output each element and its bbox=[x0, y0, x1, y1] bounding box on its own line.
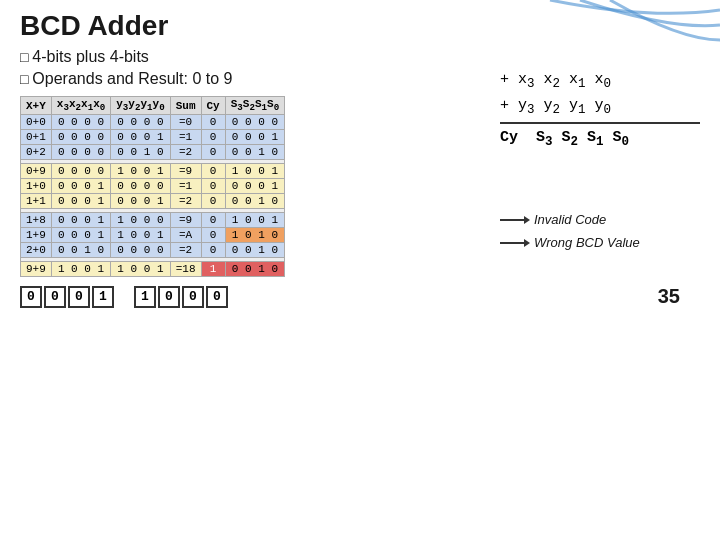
bin-box-0: 0 bbox=[182, 286, 204, 308]
table-row: 1+80 0 0 11 0 0 0=901 0 0 1 bbox=[21, 213, 285, 228]
bin-box-0: 0 bbox=[68, 286, 90, 308]
col-header-sum: Sum bbox=[170, 97, 201, 115]
formula-line1: + x3 x2 x1 x0 bbox=[500, 68, 611, 94]
bin-box-0: 0 bbox=[44, 286, 66, 308]
table-row: 1+00 0 0 10 0 0 0=100 0 0 1 bbox=[21, 179, 285, 194]
bullet-1: 4-bits plus 4-bits bbox=[20, 48, 470, 66]
bin-box-0: 0 bbox=[206, 286, 228, 308]
table-row-invalid: 1+90 0 0 11 0 0 1=A01 0 1 0 bbox=[21, 228, 285, 243]
col-header-s: S3S2S1S0 bbox=[225, 97, 284, 115]
bin-box-0: 0 bbox=[158, 286, 180, 308]
svg-marker-3 bbox=[524, 239, 530, 247]
table-row: 2+00 0 1 00 0 0 0=200 0 1 0 bbox=[21, 243, 285, 258]
bin-box-1: 1 bbox=[134, 286, 156, 308]
svg-marker-1 bbox=[524, 216, 530, 224]
wrong-bcd-label: Wrong BCD Value bbox=[534, 235, 640, 250]
page-number: 35 bbox=[658, 285, 680, 308]
formula-line2: + y3 y2 y1 y0 bbox=[500, 94, 611, 120]
table-row: 0+10 0 0 00 0 0 1=100 0 0 1 bbox=[21, 130, 285, 145]
col-header-y: y3y2y1y0 bbox=[111, 97, 170, 115]
bullet-2: Operands and Result: 0 to 9 bbox=[20, 70, 470, 88]
right-panel: + x3 x2 x1 x0 + y3 y2 y1 y0 Cy S3 S2 S1 … bbox=[500, 48, 700, 277]
formula: + x3 x2 x1 x0 + y3 y2 y1 y0 Cy S3 S2 S1 … bbox=[500, 68, 700, 152]
formula-result: Cy S3 S2 S1 S0 bbox=[500, 126, 629, 152]
page-title: BCD Adder bbox=[0, 0, 720, 48]
table-row: 0+20 0 0 00 0 1 0=200 0 1 0 bbox=[21, 145, 285, 160]
table-row: 0+90 0 0 01 0 0 1=901 0 0 1 bbox=[21, 164, 285, 179]
col-header-cy: Cy bbox=[201, 97, 225, 115]
col-header-xy: X+Y bbox=[21, 97, 52, 115]
binary-box-group-2: 1 0 0 0 bbox=[134, 286, 228, 308]
bin-box-1: 1 bbox=[92, 286, 114, 308]
bin-box-0: 0 bbox=[20, 286, 42, 308]
bcd-table: X+Y x3x2x1x0 y3y2y1y0 Sum Cy S3S2S1S0 0+… bbox=[20, 96, 470, 277]
table-row: 1+10 0 0 10 0 0 1=200 0 1 0 bbox=[21, 194, 285, 209]
col-header-x: x3x2x1x0 bbox=[51, 97, 110, 115]
invalid-code-label: Invalid Code bbox=[534, 212, 606, 227]
table-row-wrong-bcd: 9+91 0 0 11 0 0 1=1810 0 1 0 bbox=[21, 262, 285, 277]
table-row: 0+00 0 0 00 0 0 0=000 0 0 0 bbox=[21, 115, 285, 130]
binary-box-group-1: 0 0 0 1 bbox=[20, 286, 114, 308]
